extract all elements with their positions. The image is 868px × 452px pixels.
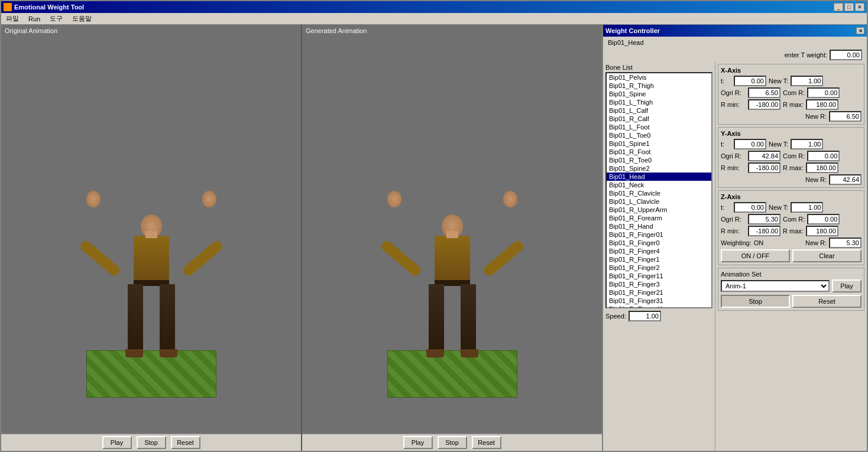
bone-item[interactable]: Bip01_R_Finger3 [607,280,711,288]
bone-item[interactable]: Bip01_Spine [607,90,711,98]
left-reset-button[interactable]: Reset [171,436,200,449]
z-com-label: Com R: [783,216,805,223]
speed-input[interactable] [629,311,661,321]
x-newr-input[interactable] [829,111,861,122]
x-new-t-input[interactable] [791,76,823,86]
menu-tools[interactable]: 도구 [47,14,65,24]
bone-item[interactable]: Bip01_R_Hand [607,222,711,230]
z-ogri-input[interactable] [748,214,780,225]
x-rmin-label: R min: [721,101,746,108]
bone-item[interactable]: Bip01_L_Calf [607,106,711,115]
bone-item[interactable]: Bip01_R_UpperArm [607,206,711,214]
z-t-label: t: [721,204,731,211]
x-axis-label: X-Axis [721,67,861,74]
y-t-input[interactable] [734,139,766,149]
wc-close-button[interactable]: ✕ [856,27,864,34]
right-stop-button[interactable]: Stop [438,436,467,449]
y-t-label: t: [721,141,731,148]
x-rmin-row: R min: R max: [721,99,861,110]
menu-help[interactable]: 도움말 [70,14,94,24]
x-com-input[interactable] [807,87,840,98]
bone-item[interactable]: Bip01_R_Finger11 [607,272,711,280]
bone-item[interactable]: Bip01_R_Finger21 [607,288,711,297]
enter-t-weight-input[interactable] [830,50,862,60]
z-newr-label: New R: [805,239,827,246]
bone-item[interactable]: Bip01_Spine1 [607,139,711,148]
right-character [423,214,482,368]
bone-item[interactable]: Bip01_R_Finger01 [607,230,711,239]
z-rmax-input[interactable] [806,226,838,236]
y-axis-label: Y-Axis [721,130,861,137]
wc-reset-button[interactable]: Reset [792,295,861,308]
bone-item[interactable]: Bip01_Head [607,173,711,181]
z-newr-input[interactable] [829,238,861,248]
bone-item[interactable]: Bip01_R_Finger1 [607,255,711,264]
generated-viewport: Generated Animation [302,25,602,433]
close-button[interactable]: ✕ [855,3,864,11]
z-com-input[interactable] [807,214,840,225]
left-character [122,214,181,368]
y-rmin-input[interactable] [748,162,780,173]
clear-button[interactable]: Clear [792,249,861,262]
on-off-button[interactable]: ON / OFF [721,249,790,262]
bone-item[interactable]: Bip01_Spine2 [607,164,711,173]
bone-item[interactable]: Bip01_R_Thigh [607,82,711,90]
bone-item[interactable]: Bip01_Neck [607,181,711,189]
wc-title: Weight Controller [605,27,660,34]
bone-item[interactable]: Bip01_R_Finger4 [607,247,711,255]
bone-item[interactable]: Bip01_R_Foot [607,148,711,156]
right-controls: Play Stop Reset [302,433,602,451]
left-play-button[interactable]: Play [102,436,132,449]
bone-item[interactable]: Bip01_R_Clavicle [607,189,711,197]
y-rmax-input[interactable] [806,162,838,173]
bone-list-scroll[interactable]: Bip01_PelvisBip01_R_ThighBip01_SpineBip0… [605,72,712,308]
right-play-button[interactable]: Play [403,436,433,449]
enter-t-weight-label: enter T weight: [785,51,827,58]
animation-set-select[interactable]: Anim-1 [721,280,830,292]
maximize-button[interactable]: □ [844,3,854,11]
z-rmin-label: R min: [721,227,746,235]
bone-item[interactable]: Bip01_R_Finger41 [607,305,711,308]
y-newr-label: New R: [805,176,827,183]
z-new-t-input[interactable] [791,202,823,213]
bone-item[interactable]: Bip01_R_Forearm [607,214,711,222]
minimize-button[interactable]: _ [834,3,843,11]
x-rmin-input[interactable] [748,99,780,110]
x-newr-label: New R: [805,113,827,120]
y-ogri-input[interactable] [748,151,780,161]
z-axis-section: Z-Axis t: New T: Ogri R: Com R: [718,190,864,265]
z-ogri-label: Ogri R: [721,216,746,223]
speed-row: Speed: [605,311,712,321]
animation-set-row: Anim-1 Play [721,279,861,292]
x-t-input[interactable] [734,76,766,86]
bone-item[interactable]: Bip01_L_Toe0 [607,131,711,139]
wc-play-button[interactable]: Play [832,279,861,292]
bone-item[interactable]: Bip01_L_Foot [607,123,711,131]
bone-item[interactable]: Bip01_R_Finger2 [607,264,711,272]
menu-file[interactable]: 파일 [4,14,21,24]
left-stop-button[interactable]: Stop [137,436,166,449]
x-ogri-row: Ogri R: Com R: [721,87,861,98]
x-ogri-input[interactable] [748,87,780,98]
z-t-input[interactable] [734,202,766,213]
bone-item[interactable]: Bip01_R_Finger31 [607,297,711,305]
x-rmax-input[interactable] [806,99,838,110]
y-com-label: Com R: [783,152,805,160]
y-newr-input[interactable] [829,174,861,185]
y-new-t-input[interactable] [791,139,823,149]
bone-item[interactable]: Bip01_R_Calf [607,115,711,123]
y-rmin-row: R min: R max: [721,162,861,173]
z-rmin-input[interactable] [748,226,780,236]
wc-bone-name: Bip01_Head [603,37,867,48]
bone-item[interactable]: Bip01_L_Thigh [607,98,711,106]
bone-item[interactable]: Bip01_Pelvis [607,73,711,82]
bone-item[interactable]: Bip01_R_Toe0 [607,156,711,164]
right-reset-button[interactable]: Reset [472,436,501,449]
speed-label: Speed: [605,313,626,320]
menu-run[interactable]: Run [26,15,43,23]
bone-item[interactable]: Bip01_L_Clavicle [607,197,711,206]
bone-item[interactable]: Bip01_R_Finger0 [607,239,711,247]
wc-stop-button[interactable]: Stop [721,295,790,308]
y-ogri-label: Ogri R: [721,152,746,160]
y-com-input[interactable] [807,151,840,161]
